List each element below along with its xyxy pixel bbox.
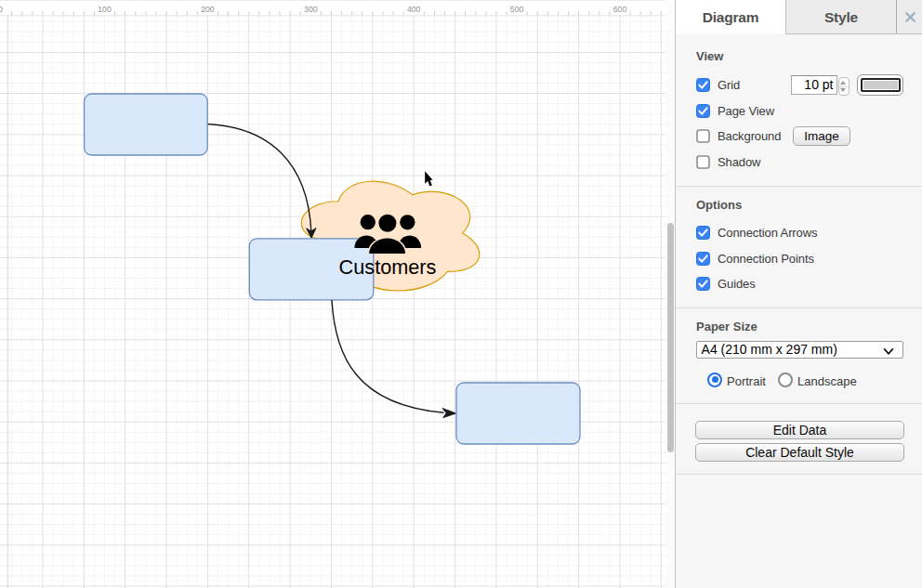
svg-text:200: 200: [201, 5, 215, 14]
svg-text:100: 100: [98, 5, 112, 14]
svg-text:400: 400: [407, 5, 421, 14]
svg-text:Customers: Customers: [339, 255, 437, 279]
svg-text:500: 500: [510, 5, 524, 14]
svg-text:600: 600: [613, 5, 627, 14]
svg-text:0: 0: [0, 5, 3, 14]
svg-text:300: 300: [304, 5, 318, 14]
